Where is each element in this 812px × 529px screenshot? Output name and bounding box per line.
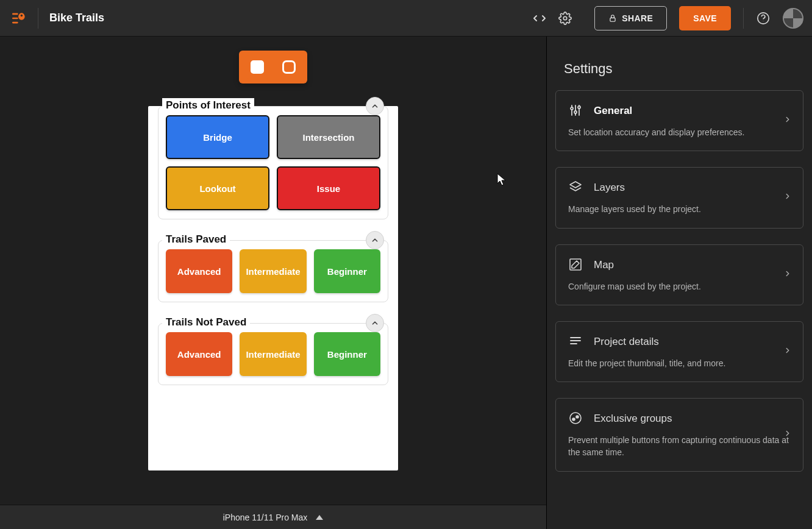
card-description: Prevent multiple buttons from capturing …: [568, 434, 791, 459]
layers-icon: [568, 180, 584, 196]
svg-point-14: [578, 106, 580, 108]
code-icon[interactable]: [532, 11, 547, 26]
group: Points of InterestBridgeIntersectionLook…: [158, 106, 388, 219]
group: Trails Not PavedAdvancedIntermediateBegi…: [158, 323, 388, 385]
phone-preview: Points of InterestBridgeIntersectionLook…: [148, 106, 398, 470]
svg-point-21: [572, 418, 575, 421]
svg-point-4: [21, 14, 23, 16]
canvas-toolbar: [239, 51, 307, 83]
tile-button[interactable]: Beginner: [314, 249, 380, 293]
chevron-right-icon: [783, 115, 792, 126]
divider: [38, 8, 38, 29]
save-button-label: SAVE: [693, 13, 717, 23]
square-filled-icon: [251, 60, 264, 74]
settings-card-general[interactable]: GeneralSet location accuracy and display…: [555, 90, 803, 151]
collapse-button[interactable]: [366, 231, 384, 249]
tile-button[interactable]: Intermediate: [240, 249, 306, 293]
group-title: Points of Interest: [162, 98, 254, 113]
svg-point-5: [564, 16, 568, 20]
card-description: Manage layers used by the project.: [568, 203, 791, 215]
chevron-up-icon: [371, 236, 379, 244]
svg-point-20: [570, 413, 581, 424]
settings-list[interactable]: GeneralSet location accuracy and display…: [547, 90, 812, 529]
svg-point-13: [574, 111, 577, 113]
tile-button[interactable]: Bridge: [166, 115, 269, 159]
tile-button[interactable]: Advanced: [166, 249, 232, 293]
device-bar[interactable]: iPhone 11/11 Pro Max: [0, 505, 546, 529]
card-description: Edit the project thumbnail, title, and m…: [568, 357, 791, 369]
tile-button[interactable]: Intersection: [277, 115, 380, 159]
app-logo-icon[interactable]: [9, 8, 29, 29]
collapse-button[interactable]: [366, 314, 384, 332]
svg-marker-15: [570, 182, 581, 188]
layout-outline-button[interactable]: [277, 55, 301, 79]
settings-card-project-details[interactable]: Project detailsEdit the project thumbnai…: [555, 321, 803, 382]
mapedit-icon: [568, 257, 584, 273]
settings-card-exclusive-groups[interactable]: Exclusive groupsPrevent multiple buttons…: [555, 398, 803, 472]
avatar[interactable]: [783, 8, 803, 29]
sliders-icon: [568, 103, 584, 119]
help-icon[interactable]: [756, 11, 771, 26]
tile-button[interactable]: Issue: [277, 166, 380, 210]
chevron-up-icon: [316, 515, 323, 520]
settings-card-layers[interactable]: LayersManage layers used by the project.: [555, 167, 803, 228]
chevron-up-icon: [371, 102, 379, 110]
exclusive-icon: [568, 411, 584, 427]
square-outline-icon: [282, 60, 296, 74]
group: Trails PavedAdvancedIntermediateBeginner: [158, 240, 388, 302]
chevron-right-icon: [783, 429, 792, 440]
settings-card-map[interactable]: MapConfigure map used by the project.: [555, 244, 803, 305]
gear-icon[interactable]: [558, 11, 572, 26]
chevron-right-icon: [783, 346, 792, 357]
settings-panel: Settings GeneralSet location accuracy an…: [547, 37, 812, 529]
divider: [743, 8, 744, 29]
tile-button[interactable]: Beginner: [314, 332, 380, 376]
share-button-label: SHARE: [622, 13, 653, 23]
save-button[interactable]: SAVE: [679, 6, 731, 30]
tile-button[interactable]: Lookout: [166, 166, 269, 210]
chevron-right-icon: [783, 269, 792, 280]
card-title: Layers: [594, 182, 625, 194]
layout-filled-button[interactable]: [245, 55, 269, 79]
group-title: Trails Paved: [162, 232, 230, 247]
card-description: Set location accuracy and display prefer…: [568, 126, 791, 138]
share-button[interactable]: SHARE: [594, 6, 667, 30]
canvas-area[interactable]: Points of InterestBridgeIntersectionLook…: [0, 37, 546, 505]
project-title: Bike Trails: [49, 12, 104, 24]
details-icon: [568, 334, 584, 350]
group-title: Trails Not Paved: [162, 315, 250, 330]
card-title: General: [594, 105, 632, 117]
svg-point-22: [576, 416, 579, 418]
chevron-right-icon: [783, 192, 792, 203]
card-title: Exclusive groups: [594, 413, 672, 425]
svg-point-12: [571, 107, 573, 110]
top-bar: Bike Trails SHARE SAVE: [0, 0, 812, 37]
settings-title: Settings: [547, 37, 812, 90]
chevron-up-icon: [371, 319, 379, 327]
collapse-button[interactable]: [366, 97, 384, 115]
card-description: Configure map used by the project.: [568, 280, 791, 293]
tile-button[interactable]: Intermediate: [240, 332, 306, 376]
device-label: iPhone 11/11 Pro Max: [223, 513, 308, 522]
tile-button[interactable]: Advanced: [166, 332, 232, 376]
card-title: Project details: [594, 336, 659, 348]
svg-rect-6: [610, 18, 615, 21]
card-title: Map: [594, 259, 614, 271]
